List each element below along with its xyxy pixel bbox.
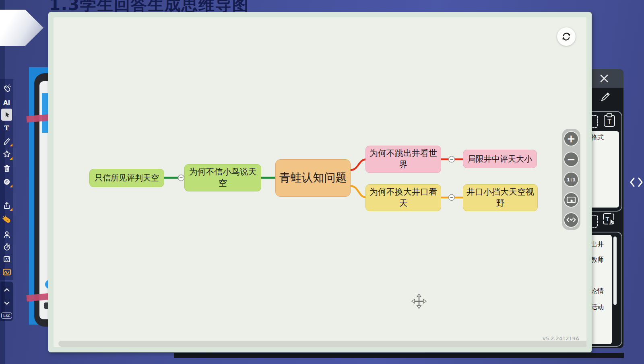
delete-tool[interactable] (0, 162, 13, 174)
toolbar-collapse-down[interactable] (0, 297, 13, 308)
horizontal-scrollbar[interactable] (58, 341, 586, 347)
submenu-corner (10, 208, 12, 211)
list-item[interactable]: 教师 (591, 256, 604, 264)
esc-button[interactable]: Esc (0, 310, 13, 321)
list-item[interactable]: 活动 (591, 303, 604, 312)
esc-label: Esc (1, 313, 12, 319)
format-label: 格式 (591, 134, 604, 142)
fit-screen-button[interactable] (564, 192, 579, 208)
mindmap-node-left-grandchild[interactable]: 只信所见评判天空 (89, 169, 164, 187)
wave-board-icon (2, 267, 12, 277)
settings-tool[interactable] (0, 176, 13, 187)
mindmap-node-root[interactable]: 青蛙认知问题 (275, 159, 351, 197)
fit-screen-icon (566, 195, 576, 205)
code-chevron-icon (566, 214, 577, 226)
cursor-icon (2, 110, 11, 119)
refresh-button[interactable] (557, 27, 576, 46)
projector-screen: 1.3学生回答生成思维导图 AI T (0, 0, 644, 364)
list-item[interactable]: 论情 (591, 287, 604, 296)
mindmap-node-topright-child[interactable]: 为何不跳出井看世界 (365, 146, 441, 173)
chevron-up-icon (2, 285, 11, 294)
panel-toggle-handle[interactable] (629, 176, 644, 188)
shapes-tool[interactable] (0, 148, 13, 160)
edit-pencil-button[interactable] (598, 90, 613, 106)
zoom-in-button[interactable]: + (564, 131, 579, 146)
mouse-icon (2, 84, 11, 93)
letter-card-icon: A (2, 255, 11, 263)
chevron-down-icon (2, 298, 11, 307)
close-icon[interactable] (598, 72, 610, 84)
list-item[interactable]: 出井 (591, 241, 604, 249)
move-cursor-icon (411, 294, 427, 309)
mindmap-node-topright-grandchild[interactable]: 局限井中评天大小 (463, 150, 537, 168)
voice-mouse-tool[interactable] (0, 83, 13, 94)
share-tool[interactable] (0, 199, 13, 211)
zoom-controls: + − 1:1 (562, 129, 580, 230)
svg-text:T: T (607, 118, 611, 125)
dice-roller-tool[interactable] (0, 214, 13, 225)
roller-icon (2, 215, 12, 224)
word-card-tool[interactable]: A (0, 253, 13, 265)
submenu-corner (10, 157, 12, 160)
actual-size-button[interactable]: 1:1 (564, 172, 579, 187)
svg-text:A: A (5, 258, 8, 262)
bottom-window-bar (174, 353, 624, 358)
clipboard-text-button[interactable]: T (603, 113, 616, 130)
select-tool[interactable] (1, 109, 12, 121)
ai-assistant-tool[interactable]: AI (0, 97, 13, 109)
mindmap-node-bottomright-child[interactable]: 为何不换大井口看天 (365, 184, 441, 211)
format-preview-panel (587, 131, 619, 208)
toolbar-collapse-up[interactable] (0, 284, 13, 295)
chevrons-icon (629, 176, 644, 188)
person-question-icon: ? (2, 230, 11, 239)
mindmap-node-bottomright-grandchild[interactable]: 井口小挡大天空视野 (463, 184, 538, 211)
banner-arrow (0, 10, 43, 46)
text-select-button[interactable]: T (602, 212, 617, 230)
collapse-controls-button[interactable] (564, 212, 579, 228)
submenu-corner (10, 144, 12, 146)
refresh-icon (561, 31, 572, 42)
svg-text:?: ? (6, 235, 7, 239)
panel-scrollbar[interactable] (613, 236, 617, 305)
stopwatch-icon (2, 243, 11, 251)
submenu-corner (10, 185, 12, 187)
ai-label: AI (3, 99, 10, 107)
mindmap-node-left-child[interactable]: 为何不信小鸟说天空 (184, 164, 261, 191)
zoom-out-button[interactable]: − (564, 152, 579, 167)
text-tool-label: T (4, 124, 9, 132)
version-label: v5.2.241219A (543, 335, 579, 341)
timer-tool[interactable] (0, 241, 13, 253)
curve-board-tool[interactable] (0, 266, 13, 278)
svg-text:T: T (605, 216, 609, 222)
random-picker-tool[interactable]: ? (0, 229, 13, 240)
text-tool[interactable]: T (0, 122, 13, 134)
pen-tool[interactable] (0, 135, 13, 146)
trash-icon (2, 164, 11, 173)
